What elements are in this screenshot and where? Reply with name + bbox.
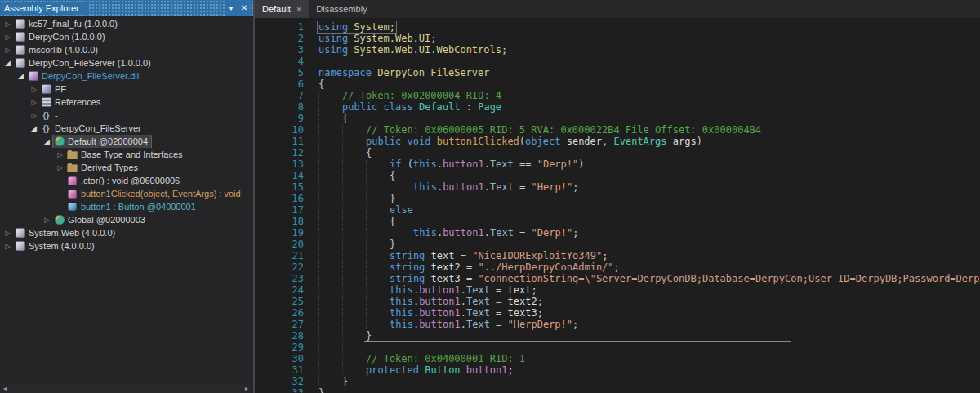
code-line[interactable]: // Token: 0x06000005 RID: 5 RVA: 0x00002…: [318, 124, 980, 136]
tree-item[interactable]: button1 : Button @04000001: [0, 200, 253, 213]
tree-item[interactable]: ◢Default @02000004: [0, 135, 253, 148]
code-token: :: [461, 101, 479, 113]
tree-item[interactable]: ▷Global @02000003: [0, 213, 253, 226]
code-line[interactable]: protected Button button1;: [318, 364, 980, 376]
tree-item-label: Base Type and Interfaces: [81, 150, 183, 159]
code-line[interactable]: // Token: 0x02000004 RID: 4: [318, 90, 980, 101]
tree-item[interactable]: ◢{}DerpyCon_FileServer: [0, 122, 253, 135]
code-token: }: [390, 193, 395, 204]
code-line[interactable]: else: [318, 204, 980, 216]
code-line[interactable]: {: [318, 170, 980, 181]
code-line[interactable]: public class Default : Page: [318, 101, 980, 113]
tree-item[interactable]: ◢DerpyCon_FileServer.dll: [0, 69, 253, 83]
code-token: public class: [342, 101, 419, 113]
tab-close-icon[interactable]: ×: [296, 4, 301, 14]
code-line[interactable]: this.button1.Text = "HerpDerp!";: [318, 319, 980, 330]
code-line[interactable]: this.button1.Text = text3;: [318, 307, 980, 319]
tree-item[interactable]: ▷System.Web (4.0.0.0): [0, 226, 253, 239]
tree-item-label: kc57_final_fu (1.0.0.0): [29, 19, 118, 29]
line-number: 25: [255, 296, 304, 307]
expander-expanded-icon[interactable]: ◢: [42, 137, 52, 145]
close-icon[interactable]: ✕: [238, 0, 251, 16]
tree-item[interactable]: ▷DerpyCon (1.0.0.0): [0, 30, 253, 43]
tree-item[interactable]: button1Clicked(object, EventArgs) : void: [0, 187, 253, 200]
code-token: .: [484, 159, 490, 170]
chevron-down-icon[interactable]: ▾: [225, 0, 238, 16]
code-line[interactable]: }: [318, 330, 980, 342]
tree-item[interactable]: .ctor() : void @06000006: [0, 174, 253, 187]
expander-expanded-icon[interactable]: ◢: [2, 59, 13, 67]
decompiled-code[interactable]: using System;using System.Web.UI;using S…: [312, 21, 980, 393]
indent-guide: [318, 342, 342, 352]
code-line[interactable]: this.button1.Text = "Herp!";: [318, 181, 980, 193]
code-line[interactable]: string text = "NiceIDORExploitYo349";: [318, 250, 980, 261]
code-line[interactable]: this.button1.Text = "Derp!";: [318, 227, 980, 239]
tree-item[interactable]: ▷PE: [0, 83, 253, 96]
code-line[interactable]: public void button1Clicked(object sender…: [318, 136, 980, 147]
explorer-horizontal-scrollbar[interactable]: ◂ ▸: [0, 384, 252, 393]
code-line[interactable]: {: [318, 147, 980, 159]
code-line[interactable]: [318, 342, 980, 353]
scrollbar-track[interactable]: [10, 384, 242, 393]
expander-expanded-icon[interactable]: ◢: [29, 124, 39, 132]
expander-collapsed-icon[interactable]: ▷: [2, 243, 13, 250]
expander-collapsed-icon[interactable]: ▷: [29, 112, 39, 119]
code-line[interactable]: this.button1.Text = text;: [318, 284, 980, 296]
tree-item[interactable]: ▷References: [0, 96, 253, 109]
code-line[interactable]: using System.Web.UI.WebControls;: [318, 44, 980, 56]
expander-collapsed-icon[interactable]: ▷: [55, 164, 65, 172]
code-token: ,: [602, 136, 613, 147]
expander-collapsed-icon[interactable]: ▷: [2, 230, 13, 237]
assembly-explorer-panel: Assembly Explorer ▾ ✕ ▷kc57_final_fu (1.…: [0, 0, 255, 393]
tree-item[interactable]: ▷Derived Types: [0, 161, 253, 174]
tree-item[interactable]: ▷Base Type and Interfaces: [0, 148, 253, 161]
code-line[interactable]: using System;: [318, 21, 980, 33]
code-line[interactable]: string text3 = "connectionString=\"Serve…: [318, 273, 980, 284]
tree-item[interactable]: ▷System (4.0.0.0): [0, 239, 253, 252]
code-line[interactable]: if (this.button1.Text == "Derp!"): [318, 159, 980, 170]
expander-collapsed-icon[interactable]: ▷: [29, 99, 39, 106]
expander-expanded-icon[interactable]: ◢: [16, 72, 26, 80]
indent-guide: [342, 124, 366, 135]
code-view[interactable]: 1234567891011121314151617181920212223242…: [255, 18, 980, 393]
indent-guide: [342, 227, 366, 238]
scroll-left-icon[interactable]: ◂: [0, 385, 10, 392]
code-line[interactable]: }: [318, 387, 980, 393]
tree-item[interactable]: ▷kc57_final_fu (1.0.0.0): [0, 17, 253, 30]
code-token: button1: [419, 296, 461, 307]
code-line[interactable]: {: [318, 78, 980, 90]
code-token: (: [519, 136, 525, 147]
expander-collapsed-icon[interactable]: ▷: [42, 217, 52, 224]
code-line[interactable]: }: [318, 239, 980, 250]
indent-guide: [366, 319, 390, 329]
code-token: Text: [490, 159, 514, 170]
code-token: "Herp!": [532, 181, 573, 193]
tree-item[interactable]: ▷mscorlib (4.0.0.0): [0, 43, 253, 56]
code-line[interactable]: // Token: 0x04000001 RID: 1: [318, 353, 980, 364]
code-line[interactable]: [318, 56, 980, 67]
code-line[interactable]: string text2 = "../HerpDerpyConAdmin/";: [318, 261, 980, 273]
indent-guide: [366, 273, 390, 284]
code-line[interactable]: {: [318, 216, 980, 227]
code-line[interactable]: }: [318, 193, 980, 204]
code-line[interactable]: {: [318, 113, 980, 124]
code-line[interactable]: namespace DerpyCon_FileServer: [318, 67, 980, 78]
indent-guide: [366, 181, 390, 192]
expander-collapsed-icon[interactable]: ▷: [2, 47, 13, 54]
code-line[interactable]: using System.Web.UI;: [318, 33, 980, 44]
tab-default[interactable]: Default×: [255, 0, 309, 18]
code-line[interactable]: }: [318, 376, 980, 387]
scroll-right-icon[interactable]: ▸: [242, 385, 252, 392]
tab-disassembly[interactable]: Disassembly: [309, 0, 374, 18]
expander-collapsed-icon[interactable]: ▷: [2, 20, 13, 28]
tree-item[interactable]: ▷{}-: [0, 109, 253, 122]
tree-item[interactable]: ◢DerpyCon_FileServer (1.0.0.0): [0, 56, 253, 69]
line-number: 14: [255, 170, 304, 181]
expander-collapsed-icon[interactable]: ▷: [2, 33, 13, 41]
assembly-explorer-header[interactable]: Assembly Explorer ▾ ✕: [0, 0, 253, 16]
expander-collapsed-icon[interactable]: ▷: [29, 86, 39, 93]
code-token: ): [697, 136, 702, 147]
expander-collapsed-icon[interactable]: ▷: [55, 151, 65, 159]
indent-guide: [318, 181, 342, 192]
code-line[interactable]: this.button1.Text = text2;: [318, 296, 980, 307]
